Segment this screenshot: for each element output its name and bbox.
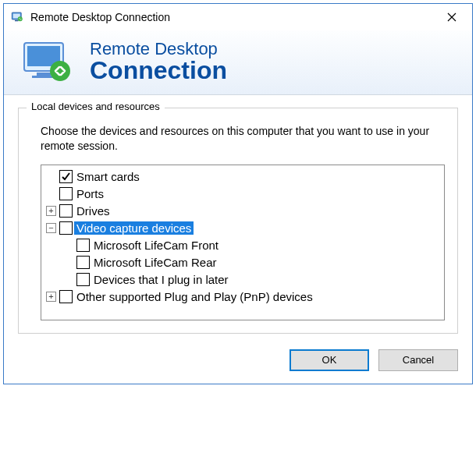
tree-item-ports[interactable]: Ports — [46, 186, 439, 203]
rdc-banner-icon — [20, 38, 76, 85]
tree-label: Microsoft LifeCam Rear — [91, 256, 219, 269]
checkbox-lifecam-rear[interactable] — [76, 256, 90, 269]
checkbox-ports[interactable] — [59, 187, 73, 200]
ok-button[interactable]: OK — [290, 349, 369, 371]
checkbox-smart-cards[interactable] — [59, 170, 73, 183]
instruction-text: Choose the devices and resources on this… — [41, 124, 443, 154]
tree-item-other-pnp[interactable]: + Other supported Plug and Play (PnP) de… — [46, 288, 439, 306]
checkbox-other-pnp[interactable] — [59, 290, 73, 303]
banner: Remote Desktop Connection — [4, 30, 472, 95]
dialog-window: Remote Desktop Connection Remote Desktop… — [3, 3, 473, 384]
expand-drives-icon[interactable]: + — [46, 206, 56, 216]
tree-label: Microsoft LifeCam Front — [91, 239, 221, 252]
checkbox-video-capture[interactable] — [59, 221, 73, 235]
tree-label: Ports — [74, 187, 106, 200]
titlebar: Remote Desktop Connection — [4, 4, 472, 30]
tree-label: Video capture devices — [74, 221, 194, 235]
button-row: OK Cancel — [4, 338, 472, 384]
device-tree[interactable]: Smart cards Ports + Drives − Video captu… — [41, 165, 445, 320]
tree-item-plug-later[interactable]: Devices that I plug in later — [46, 271, 439, 288]
cancel-button[interactable]: Cancel — [378, 349, 458, 371]
checkbox-lifecam-front[interactable] — [76, 239, 90, 252]
window-title: Remote Desktop Connection — [30, 11, 435, 23]
expand-pnp-icon[interactable]: + — [46, 292, 56, 302]
collapse-video-icon[interactable]: − — [46, 223, 56, 233]
svg-point-3 — [18, 16, 23, 21]
tree-label: Drives — [74, 204, 112, 218]
checkbox-drives[interactable] — [59, 204, 73, 218]
close-button[interactable] — [435, 5, 469, 29]
app-icon — [10, 10, 24, 24]
tree-item-smart-cards[interactable]: Smart cards — [46, 168, 439, 186]
local-devices-groupbox: Local devices and resources Choose the d… — [18, 108, 458, 334]
tree-label: Smart cards — [74, 170, 142, 183]
tree-item-lifecam-rear[interactable]: Microsoft LifeCam Rear — [46, 254, 439, 271]
content-area: Local devices and resources Choose the d… — [4, 95, 472, 338]
tree-item-lifecam-front[interactable]: Microsoft LifeCam Front — [46, 237, 439, 254]
tree-item-drives[interactable]: + Drives — [46, 203, 439, 220]
checkbox-plug-later[interactable] — [76, 273, 90, 286]
tree-label: Devices that I plug in later — [91, 273, 231, 286]
tree-label: Other supported Plug and Play (PnP) devi… — [74, 290, 315, 303]
banner-text: Remote Desktop Connection — [90, 40, 227, 84]
svg-rect-6 — [37, 73, 51, 76]
svg-rect-2 — [15, 20, 19, 22]
svg-point-8 — [50, 61, 70, 81]
banner-line1: Remote Desktop — [90, 39, 218, 58]
groupbox-legend: Local devices and resources — [27, 101, 165, 112]
tree-item-video-capture[interactable]: − Video capture devices — [46, 220, 439, 237]
banner-line2: Connection — [90, 58, 227, 84]
